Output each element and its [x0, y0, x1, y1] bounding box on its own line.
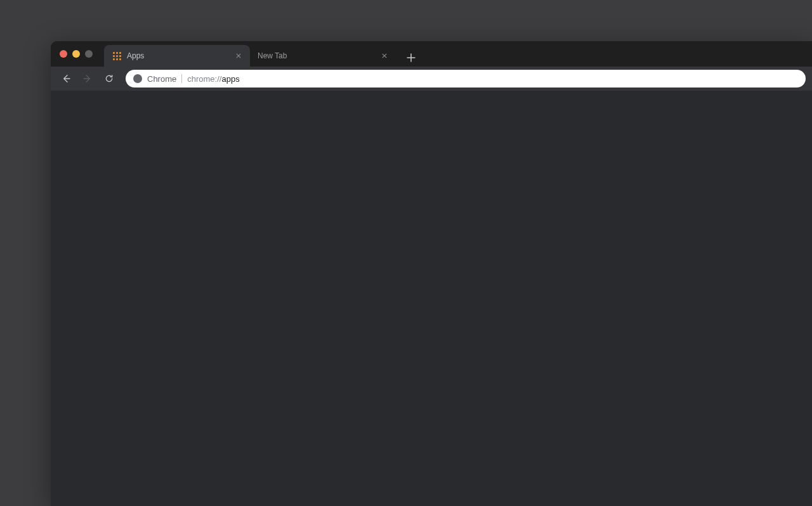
reload-icon [104, 74, 114, 84]
browser-window: Apps New Tab [51, 41, 812, 506]
close-icon [382, 53, 387, 58]
window-minimize-button[interactable] [72, 50, 80, 58]
page-content [51, 91, 812, 506]
window-close-button[interactable] [60, 50, 67, 58]
new-tab-button[interactable] [402, 49, 420, 67]
arrow-left-icon [61, 74, 71, 84]
tab-apps[interactable]: Apps [104, 45, 250, 67]
tab-close-button[interactable] [233, 51, 244, 61]
url-path: apps [221, 74, 239, 84]
omnibox-url: chrome://apps [187, 74, 239, 84]
window-controls [58, 50, 104, 58]
plus-icon [407, 53, 416, 62]
close-icon [236, 53, 241, 58]
tab-strip: Apps New Tab [51, 41, 812, 67]
toolbar: Chrome chrome://apps [51, 67, 812, 91]
site-info-icon[interactable] [133, 74, 142, 83]
reload-button[interactable] [100, 70, 118, 88]
omnibox[interactable]: Chrome chrome://apps [126, 70, 806, 88]
back-button[interactable] [57, 70, 75, 88]
tab-title: Apps [127, 51, 233, 60]
tabs-container: Apps New Tab [104, 41, 420, 67]
forward-button[interactable] [79, 70, 96, 88]
tab-new-tab[interactable]: New Tab [250, 45, 396, 67]
apps-grid-icon [112, 51, 122, 61]
arrow-right-icon [82, 74, 93, 84]
omnibox-separator [181, 74, 182, 83]
omnibox-security-label: Chrome [147, 74, 176, 84]
url-scheme: chrome:// [187, 74, 221, 84]
window-maximize-button[interactable] [85, 50, 93, 58]
tab-close-button[interactable] [379, 51, 390, 61]
tab-title: New Tab [258, 51, 379, 60]
